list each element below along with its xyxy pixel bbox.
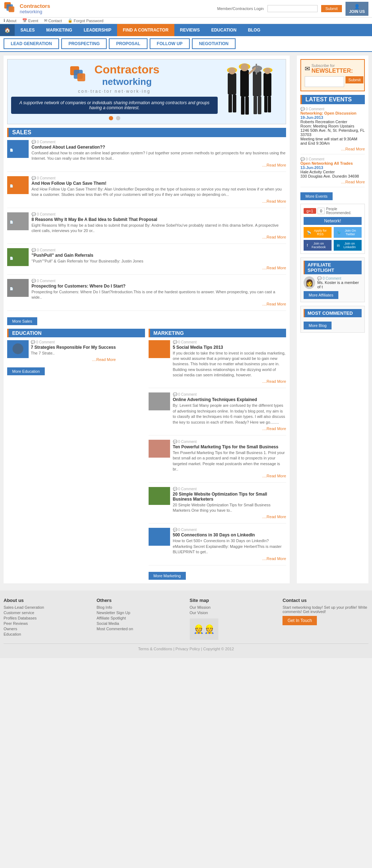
- event-date: 19-Jun-2013: [300, 115, 365, 120]
- edu-thumbnail: [7, 340, 29, 358]
- comment-count: 0 Comment: [32, 279, 286, 283]
- education-article-item: 0 Comment 7 Strategies Responsible For M…: [7, 340, 145, 362]
- footer-sitemap-link-item[interactable]: Our Vision: [190, 611, 276, 615]
- contact-link[interactable]: ✉ Contact: [44, 18, 62, 23]
- svg-point-15: [241, 63, 248, 71]
- top-bar: Contractors networking Member/Contractor…: [0, 0, 372, 18]
- footer-others-link-item[interactable]: Blog Info: [97, 605, 183, 609]
- newsletter-email-input[interactable]: [305, 76, 344, 87]
- affiliate-avatar: 👩: [304, 276, 315, 289]
- footer-others-link-item[interactable]: Most Commented on: [97, 627, 183, 631]
- sub-nav-proposal[interactable]: PROPOSAL: [109, 38, 147, 49]
- footer-about-link-item[interactable]: Peer Reviews: [4, 621, 90, 626]
- event-comment: 0 Comment: [300, 157, 365, 161]
- mkt-read-more[interactable]: ....Read More: [173, 515, 286, 519]
- sub-nav-prospecting[interactable]: PROSPECTING: [61, 38, 107, 49]
- nav-reviews[interactable]: REVIEWS: [174, 24, 206, 36]
- article-thumbnail: 📄: [7, 279, 29, 297]
- mkt-read-more[interactable]: ....Read More: [173, 426, 286, 431]
- read-more-link[interactable]: ....Read More: [32, 163, 286, 167]
- education-articles: 0 Comment 7 Strategies Responsible For M…: [7, 340, 145, 362]
- article-excerpt: Eight Reasons Why It may be a bad idea t…: [32, 223, 286, 234]
- mkt-excerpt: If you decide to take the time to invest…: [173, 351, 286, 378]
- join-us-label: JOIN US: [349, 9, 365, 14]
- event-icon: 📅: [22, 18, 27, 23]
- edu-read-more[interactable]: ....Read More: [31, 357, 116, 362]
- nav-leadership[interactable]: LEADERSHIP: [78, 24, 117, 36]
- svg-rect-2: [9, 6, 14, 12]
- read-more-link[interactable]: ....Read More: [32, 235, 286, 239]
- read-more-link[interactable]: ....Read More: [32, 199, 286, 203]
- linkedin-button[interactable]: in Join on LinkedIn: [334, 240, 362, 251]
- mkt-comment: 0 Comment: [173, 440, 286, 444]
- svg-rect-11: [240, 70, 249, 97]
- mkt-thumbnail: [149, 440, 170, 458]
- svg-rect-10: [228, 73, 236, 95]
- more-affiliates-button[interactable]: More Affiliates: [304, 291, 338, 299]
- mkt-read-more[interactable]: ....Read More: [173, 556, 286, 561]
- nav-marketing[interactable]: MARKETING: [40, 24, 78, 36]
- footer-about-link-item[interactable]: Customer service: [4, 611, 90, 615]
- join-us-button[interactable]: 👤 JOIN US: [346, 2, 368, 16]
- nav-sales[interactable]: SALES: [15, 24, 40, 36]
- footer-others-link-item[interactable]: Newsletter Sign Up: [97, 611, 183, 615]
- mkt-read-more[interactable]: ....Read More: [173, 474, 286, 478]
- footer-others-link-item[interactable]: Social Media: [97, 621, 183, 626]
- more-education-button[interactable]: More Education: [7, 367, 45, 375]
- more-blog-button[interactable]: More Blog: [304, 322, 332, 329]
- newsletter-submit-button[interactable]: Submit: [346, 76, 363, 83]
- footer-about-link-item[interactable]: Education: [4, 632, 90, 636]
- footer-about-link-item[interactable]: Owners: [4, 627, 90, 631]
- svg-point-39: [13, 343, 23, 354]
- about-link[interactable]: ℹ About: [4, 18, 16, 23]
- comment-count: 0 Comment: [32, 176, 286, 180]
- footer-sitemap-link-item[interactable]: Our Mission: [190, 605, 276, 609]
- more-events-button[interactable]: More Events: [300, 192, 333, 200]
- marketing-article-item: 0 Comment Online Advertising Techniques …: [149, 392, 286, 435]
- svg-rect-18: [228, 95, 232, 112]
- read-more-link[interactable]: ....Read More: [32, 266, 286, 270]
- event-title: Open Networking All Trades: [300, 161, 365, 165]
- article-title: Confused About Lead Generation??: [32, 145, 286, 150]
- mkt-thumbnail: [149, 487, 170, 505]
- mkt-comment: 0 Comment: [173, 528, 286, 532]
- forgot-password-link[interactable]: 🔒 Forgot Password: [68, 18, 103, 23]
- read-more-link[interactable]: ....Read More: [32, 302, 286, 306]
- main-content: Contractors networking con·trac·tor net·…: [0, 52, 372, 587]
- sub-nav-negotiation[interactable]: NEGOTIATION: [192, 38, 236, 49]
- mkt-excerpt: By: Levent Sal Many people are confused …: [173, 403, 286, 425]
- linkedin-icon: in: [337, 243, 340, 247]
- rss-button[interactable]: 📡 Apply for RSS: [304, 227, 332, 238]
- search-submit-button[interactable]: Submit: [321, 5, 342, 12]
- nav-education[interactable]: EDUCATION: [206, 24, 242, 36]
- google-plus-button[interactable]: g+1: [304, 208, 316, 214]
- mkt-title: 500 Connections in 30 Days on LinkedIn: [173, 532, 286, 537]
- svg-text:📄: 📄: [10, 148, 13, 152]
- sub-nav-lead-gen[interactable]: LEAD GENERATION: [4, 38, 59, 49]
- event-link[interactable]: 📅 Event: [22, 18, 38, 23]
- footer-others-link-item[interactable]: Affiliate Spotlight: [97, 616, 183, 620]
- home-button[interactable]: 🏠: [0, 24, 15, 36]
- event-read-more[interactable]: ....Read More: [300, 147, 365, 151]
- get-in-touch-button[interactable]: Get In Touch: [282, 616, 317, 625]
- google-plus-area: g+1 0 People Recommended.: [304, 207, 362, 215]
- twitter-icon: 🐦: [337, 231, 341, 235]
- nav-find-contractor[interactable]: FIND A CONTRACTOR: [117, 24, 174, 36]
- article-excerpt: Confused about how to create an online l…: [32, 150, 286, 161]
- search-input[interactable]: [267, 5, 318, 12]
- sub-nav-follow-up[interactable]: FOLLOW UP: [150, 38, 190, 49]
- svg-rect-13: [264, 73, 271, 96]
- footer-about-link-item[interactable]: Sales-Lead Generation: [4, 605, 90, 609]
- more-marketing-button[interactable]: More Marketing: [149, 572, 186, 580]
- footer-about-link-item[interactable]: Profiles Databases: [4, 616, 90, 620]
- twitter-button[interactable]: 🐦 Join On Twitter: [334, 227, 362, 238]
- more-sales-button[interactable]: More Sales: [7, 317, 37, 325]
- nav-blog[interactable]: BLOG: [242, 24, 266, 36]
- mkt-read-more[interactable]: ....Read More: [173, 379, 286, 384]
- main-nav: 🏠 SALES MARKETING LEADERSHIP FIND A CONT…: [0, 24, 372, 36]
- svg-rect-5: [77, 73, 85, 81]
- facebook-button[interactable]: f Join on Facebook: [304, 240, 332, 251]
- event-read-more[interactable]: ....Read More: [300, 180, 365, 184]
- article-thumbnail: 📄: [7, 248, 29, 266]
- marketing-articles: 0 Comment 5 Social Media Tips 2013 If yo…: [149, 340, 286, 565]
